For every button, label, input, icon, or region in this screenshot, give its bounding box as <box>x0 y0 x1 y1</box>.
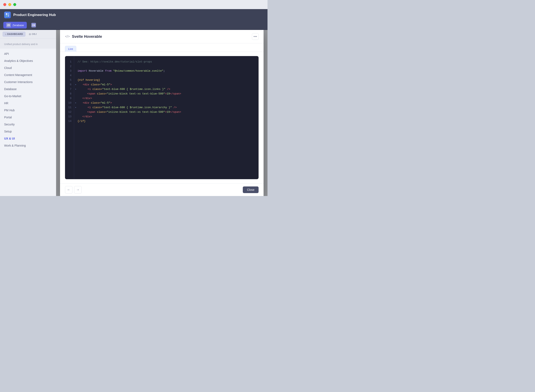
code-line-10: ▾ <div class= "ml-5" > <box>74 101 258 105</box>
app-container: Product Engineering Hub ZB Zerabase CM ⌂… <box>0 9 268 196</box>
app-logo <box>4 12 11 18</box>
token-path: "@view/common/hoverable.svelte" <box>113 69 164 72</box>
code-line-11: ▾ <i class= "text-blue-600 { $runtime.ic… <box>74 105 258 110</box>
modal-more-button[interactable]: ••• <box>252 33 258 40</box>
modal-tabs: Live <box>60 43 263 52</box>
user-tabs: ZB Zerabase CM <box>0 21 268 30</box>
token-attr-8: class= <box>97 92 107 95</box>
token-tag-11: <i <box>78 106 92 109</box>
footer-nav-buttons: ← → <box>65 186 82 194</box>
token-attr-7: class= <box>92 88 102 91</box>
main-content: ⌂ DASHBOARD ◎ OBJ Unified product delive… <box>0 30 268 196</box>
sidebar-item-content[interactable]: Content Management <box>0 71 56 79</box>
ln-13: 13 <box>65 114 74 119</box>
code-lines: // See: https://svelte.dev/tutorial/slot… <box>74 56 258 179</box>
token-val-8: "inline-block text-xs text-blue-500" <box>107 92 165 95</box>
sidebar-item-hr[interactable]: HR <box>0 100 56 107</box>
svg-rect-1 <box>8 13 9 15</box>
maximize-window-button[interactable] <box>13 3 16 6</box>
ln-11: 11 <box>65 105 74 110</box>
sidebar-item-portal[interactable]: Portal <box>0 114 56 121</box>
token-num-12: 19 <box>167 111 170 114</box>
arrow-11: ▾ <box>75 106 78 109</box>
sidebar-item-cloud[interactable]: Cloud <box>0 64 56 71</box>
back-button[interactable]: ← <box>65 186 72 194</box>
sidebar-item-api[interactable]: API <box>0 50 56 57</box>
code-line-5: {#if hovering} <box>74 78 258 82</box>
modal-footer: ← → Close <box>60 183 263 196</box>
code-line-9: </div> <box>74 96 258 101</box>
nav-tab-dashboard[interactable]: ⌂ DASHBOARD <box>2 32 26 37</box>
modal-tab-live[interactable]: Live <box>65 46 76 52</box>
code-editor: 1 2 3 4 5 6 7 8 9 10 11 12 13 <box>65 56 258 179</box>
token-endif-14: {/if} <box>77 120 85 123</box>
modal-overlay: </> Svelte Hoverable ••• Live 1 2 <box>56 30 268 196</box>
token-close-10: > <box>110 101 112 104</box>
token-val-12: "inline-block text-xs text-blue-500" <box>107 111 165 114</box>
user-tab-cm[interactable]: CM <box>28 22 39 28</box>
token-tag-7: <i <box>78 88 92 91</box>
token-num-8: 19 <box>167 92 170 95</box>
sidebar-item-analytics[interactable]: Analytics & Objectives <box>0 57 56 64</box>
close-button[interactable]: Close <box>243 187 258 193</box>
token-span-open-12: <span <box>77 111 97 114</box>
ln-6: 6 <box>65 82 74 87</box>
token-self-close-11: /> <box>172 106 177 109</box>
close-window-button[interactable] <box>3 3 6 6</box>
ln-4: 4 <box>65 73 74 78</box>
code-line-4 <box>74 73 258 78</box>
code-line-7: ▾ <i class= "text-blue-600 { $runtime.ic… <box>74 87 258 91</box>
sidebar-item-setup[interactable]: Setup <box>0 128 56 135</box>
sidebar-item-security[interactable]: Security <box>0 121 56 128</box>
ln-12: 12 <box>65 110 74 114</box>
forward-button[interactable]: → <box>74 186 82 194</box>
sidebar: ⌂ DASHBOARD ◎ OBJ Unified product delive… <box>0 30 56 196</box>
sidebar-item-database[interactable]: Database <box>0 85 56 93</box>
token-attr-10: class= <box>91 101 101 104</box>
code-line-1: // See: https://svelte.dev/tutorial/slot… <box>74 59 258 64</box>
user-tab-label-zb: Zerabase <box>12 24 24 27</box>
arrow-7: ▾ <box>75 88 78 91</box>
ln-3: 3 <box>65 69 74 73</box>
sidebar-item-customer[interactable]: Customer Interactions <box>0 79 56 85</box>
svg-rect-3 <box>8 15 9 17</box>
ln-5: 5 <box>65 78 74 82</box>
token-tag-10: <div <box>78 101 91 104</box>
code-line-3: import Hoverable from "@view/common/hove… <box>74 69 258 73</box>
token-if: {#if hovering} <box>77 79 100 82</box>
sidebar-nav: API Analytics & Objectives Cloud Content… <box>0 49 56 196</box>
ln-8: 8 <box>65 91 74 96</box>
window-chrome <box>0 0 268 9</box>
code-line-13: </div> <box>74 114 258 119</box>
ln-2: 2 <box>65 64 74 69</box>
token-close-8: > <box>165 92 167 95</box>
arrow-10: ▾ <box>75 102 78 104</box>
token-semi: ; <box>163 69 165 72</box>
token-close-12: > <box>165 111 167 114</box>
token-from: from <box>105 69 113 72</box>
token-attr-11: class= <box>92 106 102 109</box>
app-title: Product Engineering Hub <box>13 13 56 17</box>
sidebar-item-pmhub[interactable]: PM Hub <box>0 107 56 114</box>
minimize-window-button[interactable] <box>8 3 11 6</box>
content-panel: UX UX LEA Har Components 📄N </>S <box>56 30 268 196</box>
sidebar-item-workplanning[interactable]: Work & Planning <box>0 142 56 149</box>
line-numbers: 1 2 3 4 5 6 7 8 9 10 11 12 13 <box>65 56 74 179</box>
code-line-12: <span class= "inline-block text-xs text-… <box>74 110 258 114</box>
ln-1: 1 <box>65 59 74 64</box>
ln-14: 14 <box>65 119 74 123</box>
nav-tab-obj[interactable]: ◎ OBJ <box>26 32 39 37</box>
token-val-6: "ml-5" <box>101 83 110 86</box>
code-icon: </> <box>65 35 70 38</box>
token-val-11: "text-blue-600 { $runtime.icon.hierarchy… <box>102 106 172 109</box>
user-avatar-zb: ZB <box>6 23 11 28</box>
token-val-10: "ml-5" <box>101 101 110 104</box>
token-attr-6: class= <box>91 83 101 86</box>
sidebar-item-gtm[interactable]: Go-to-Market <box>0 93 56 100</box>
user-tab-zb[interactable]: ZB Zerabase <box>3 22 27 28</box>
sidebar-item-uxui[interactable]: UX & UI <box>0 135 56 142</box>
token-self-close-7: /> <box>165 88 170 91</box>
token-hoverable: Hoverable <box>89 69 105 72</box>
nav-tabs: ⌂ DASHBOARD ◎ OBJ <box>0 30 56 39</box>
svg-rect-0 <box>6 13 7 15</box>
